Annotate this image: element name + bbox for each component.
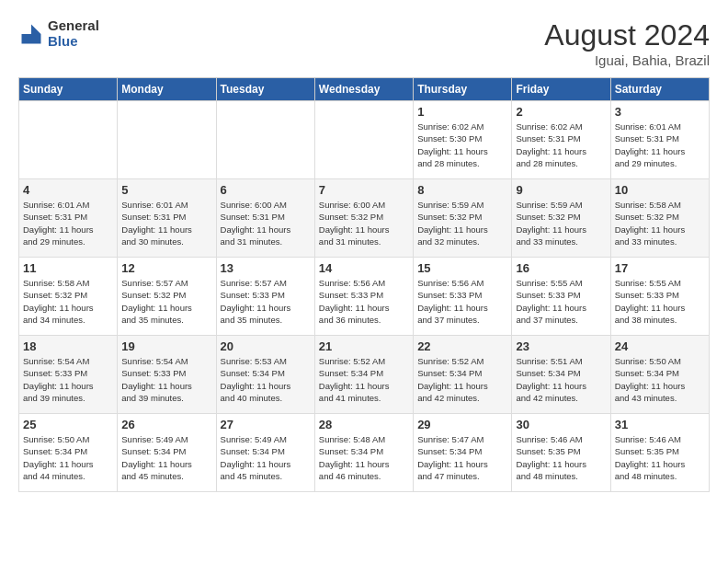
day-number: 4: [23, 183, 113, 197]
svg-marker-2: [22, 34, 32, 44]
cell-info: Sunrise: 5:47 AM Sunset: 5:34 PM Dayligh…: [417, 433, 507, 482]
day-number: 5: [121, 183, 211, 197]
week-row-1: 4Sunrise: 6:01 AM Sunset: 5:31 PM Daylig…: [19, 179, 710, 258]
calendar-cell: 30Sunrise: 5:46 AM Sunset: 5:35 PM Dayli…: [512, 414, 610, 492]
calendar-cell: 23Sunrise: 5:51 AM Sunset: 5:34 PM Dayli…: [512, 336, 610, 414]
week-row-4: 25Sunrise: 5:50 AM Sunset: 5:34 PM Dayli…: [19, 414, 710, 492]
cell-info: Sunrise: 5:48 AM Sunset: 5:34 PM Dayligh…: [319, 433, 409, 482]
cell-info: Sunrise: 5:57 AM Sunset: 5:32 PM Dayligh…: [121, 277, 211, 326]
calendar-cell: 27Sunrise: 5:49 AM Sunset: 5:34 PM Dayli…: [216, 414, 314, 492]
day-number: 17: [615, 261, 705, 275]
calendar-cell: 28Sunrise: 5:48 AM Sunset: 5:34 PM Dayli…: [314, 414, 413, 492]
cell-info: Sunrise: 5:55 AM Sunset: 5:33 PM Dayligh…: [516, 277, 606, 326]
header-row: SundayMondayTuesdayWednesdayThursdayFrid…: [19, 78, 710, 101]
day-number: 29: [417, 418, 507, 431]
page-header: General Blue August 2024 Iguai, Bahia, B…: [18, 18, 710, 68]
day-number: 22: [417, 339, 507, 353]
calendar-cell: 8Sunrise: 5:59 AM Sunset: 5:32 PM Daylig…: [414, 179, 512, 258]
day-number: 15: [417, 261, 507, 275]
col-header-tuesday: Tuesday: [216, 78, 314, 101]
cell-info: Sunrise: 6:01 AM Sunset: 5:31 PM Dayligh…: [121, 199, 211, 247]
calendar-cell: [19, 101, 118, 179]
cell-info: Sunrise: 5:55 AM Sunset: 5:33 PM Dayligh…: [615, 277, 705, 326]
calendar-cell: 26Sunrise: 5:49 AM Sunset: 5:34 PM Dayli…: [118, 414, 216, 492]
calendar-cell: [216, 101, 314, 179]
month-year: August 2024: [544, 18, 710, 52]
day-number: 24: [615, 339, 705, 353]
day-number: 30: [516, 418, 606, 431]
cell-info: Sunrise: 5:57 AM Sunset: 5:33 PM Dayligh…: [221, 277, 311, 326]
calendar-cell: 15Sunrise: 5:56 AM Sunset: 5:33 PM Dayli…: [414, 258, 512, 336]
calendar-cell: 18Sunrise: 5:54 AM Sunset: 5:33 PM Dayli…: [19, 336, 118, 414]
day-number: 18: [23, 339, 113, 353]
cell-info: Sunrise: 5:54 AM Sunset: 5:33 PM Dayligh…: [121, 355, 211, 404]
cell-info: Sunrise: 5:46 AM Sunset: 5:35 PM Dayligh…: [516, 433, 606, 482]
day-number: 6: [221, 183, 311, 197]
calendar-cell: 16Sunrise: 5:55 AM Sunset: 5:33 PM Dayli…: [512, 258, 610, 336]
calendar-cell: 13Sunrise: 5:57 AM Sunset: 5:33 PM Dayli…: [216, 258, 314, 336]
day-number: 20: [221, 339, 311, 353]
day-number: 8: [417, 183, 507, 197]
cell-info: Sunrise: 5:59 AM Sunset: 5:32 PM Dayligh…: [417, 199, 507, 247]
cell-info: Sunrise: 6:02 AM Sunset: 5:31 PM Dayligh…: [516, 121, 606, 169]
logo: General Blue: [18, 18, 99, 49]
day-number: 23: [516, 339, 606, 353]
title-block: August 2024 Iguai, Bahia, Brazil: [544, 18, 710, 68]
calendar-cell: 24Sunrise: 5:50 AM Sunset: 5:34 PM Dayli…: [610, 336, 709, 414]
calendar-cell: 21Sunrise: 5:52 AM Sunset: 5:34 PM Dayli…: [314, 336, 413, 414]
col-header-saturday: Saturday: [610, 78, 709, 101]
day-number: 25: [23, 418, 113, 431]
day-number: 3: [615, 105, 705, 119]
calendar-cell: 17Sunrise: 5:55 AM Sunset: 5:33 PM Dayli…: [610, 258, 709, 336]
col-header-thursday: Thursday: [414, 78, 512, 101]
day-number: 26: [121, 418, 211, 431]
calendar-cell: 29Sunrise: 5:47 AM Sunset: 5:34 PM Dayli…: [414, 414, 512, 492]
calendar-cell: 22Sunrise: 5:52 AM Sunset: 5:34 PM Dayli…: [414, 336, 512, 414]
col-header-friday: Friday: [512, 78, 610, 101]
day-number: 14: [319, 261, 409, 275]
col-header-wednesday: Wednesday: [314, 78, 413, 101]
cell-info: Sunrise: 6:00 AM Sunset: 5:32 PM Dayligh…: [319, 199, 409, 247]
calendar-cell: 10Sunrise: 5:58 AM Sunset: 5:32 PM Dayli…: [610, 179, 709, 258]
logo-icon: [18, 21, 44, 47]
cell-info: Sunrise: 5:58 AM Sunset: 5:32 PM Dayligh…: [23, 277, 113, 326]
day-number: 16: [516, 261, 606, 275]
location: Iguai, Bahia, Brazil: [544, 52, 710, 68]
calendar-cell: 25Sunrise: 5:50 AM Sunset: 5:34 PM Dayli…: [19, 414, 118, 492]
calendar-cell: 7Sunrise: 6:00 AM Sunset: 5:32 PM Daylig…: [314, 179, 413, 258]
day-number: 2: [516, 105, 606, 119]
col-header-monday: Monday: [118, 78, 216, 101]
cell-info: Sunrise: 5:51 AM Sunset: 5:34 PM Dayligh…: [516, 355, 606, 404]
calendar-cell: 20Sunrise: 5:53 AM Sunset: 5:34 PM Dayli…: [216, 336, 314, 414]
cell-info: Sunrise: 5:46 AM Sunset: 5:35 PM Dayligh…: [615, 433, 705, 482]
cell-info: Sunrise: 5:49 AM Sunset: 5:34 PM Dayligh…: [221, 433, 311, 482]
svg-marker-1: [31, 34, 41, 44]
day-number: 28: [319, 418, 409, 431]
col-header-sunday: Sunday: [19, 78, 118, 101]
calendar-cell: 11Sunrise: 5:58 AM Sunset: 5:32 PM Dayli…: [19, 258, 118, 336]
cell-info: Sunrise: 5:56 AM Sunset: 5:33 PM Dayligh…: [417, 277, 507, 326]
cell-info: Sunrise: 5:59 AM Sunset: 5:32 PM Dayligh…: [516, 199, 606, 247]
logo-general: General: [48, 18, 99, 34]
calendar-cell: 12Sunrise: 5:57 AM Sunset: 5:32 PM Dayli…: [118, 258, 216, 336]
cell-info: Sunrise: 6:02 AM Sunset: 5:30 PM Dayligh…: [417, 121, 507, 169]
logo-blue: Blue: [48, 34, 99, 50]
day-number: 11: [23, 261, 113, 275]
cell-info: Sunrise: 5:49 AM Sunset: 5:34 PM Dayligh…: [121, 433, 211, 482]
cell-info: Sunrise: 5:50 AM Sunset: 5:34 PM Dayligh…: [23, 433, 113, 482]
day-number: 27: [221, 418, 311, 431]
calendar-cell: 2Sunrise: 6:02 AM Sunset: 5:31 PM Daylig…: [512, 101, 610, 179]
calendar-cell: 31Sunrise: 5:46 AM Sunset: 5:35 PM Dayli…: [610, 414, 709, 492]
day-number: 13: [221, 261, 311, 275]
calendar-cell: 5Sunrise: 6:01 AM Sunset: 5:31 PM Daylig…: [118, 179, 216, 258]
cell-info: Sunrise: 6:01 AM Sunset: 5:31 PM Dayligh…: [615, 121, 705, 169]
cell-info: Sunrise: 5:52 AM Sunset: 5:34 PM Dayligh…: [319, 355, 409, 404]
day-number: 19: [121, 339, 211, 353]
svg-marker-0: [31, 24, 41, 34]
calendar-cell: 3Sunrise: 6:01 AM Sunset: 5:31 PM Daylig…: [610, 101, 709, 179]
calendar-cell: 6Sunrise: 6:00 AM Sunset: 5:31 PM Daylig…: [216, 179, 314, 258]
calendar-cell: 4Sunrise: 6:01 AM Sunset: 5:31 PM Daylig…: [19, 179, 118, 258]
cell-info: Sunrise: 6:00 AM Sunset: 5:31 PM Dayligh…: [221, 199, 311, 247]
week-row-0: 1Sunrise: 6:02 AM Sunset: 5:30 PM Daylig…: [19, 101, 710, 179]
day-number: 7: [319, 183, 409, 197]
